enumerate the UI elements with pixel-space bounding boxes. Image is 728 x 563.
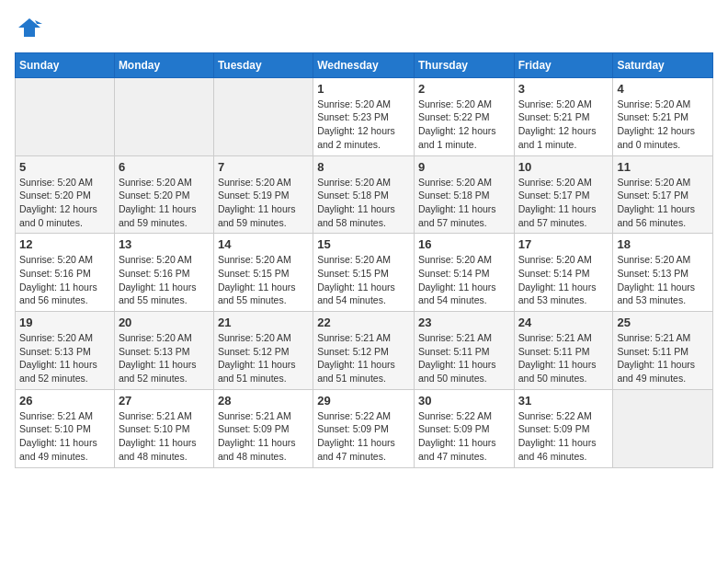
day-number: 17	[518, 237, 609, 251]
calendar-cell: 24Sunrise: 5:21 AMSunset: 5:11 PMDayligh…	[514, 312, 613, 390]
week-row-3: 12Sunrise: 5:20 AMSunset: 5:16 PMDayligh…	[16, 234, 713, 312]
day-number: 11	[617, 160, 709, 174]
svg-marker-1	[35, 20, 42, 24]
day-number: 18	[617, 237, 709, 251]
header-cell-friday: Friday	[514, 52, 613, 77]
day-info: Sunrise: 5:21 AMSunset: 5:12 PMDaylight:…	[317, 331, 410, 385]
header-cell-thursday: Thursday	[414, 52, 514, 77]
day-number: 20	[119, 316, 210, 329]
day-info: Sunrise: 5:20 AMSunset: 5:22 PMDaylight:…	[418, 98, 510, 152]
week-row-5: 26Sunrise: 5:21 AMSunset: 5:10 PMDayligh…	[16, 389, 713, 467]
calendar-cell: 18Sunrise: 5:20 AMSunset: 5:13 PMDayligh…	[613, 234, 713, 312]
header-cell-wednesday: Wednesday	[313, 52, 415, 77]
calendar-cell: 12Sunrise: 5:20 AMSunset: 5:16 PMDayligh…	[16, 234, 115, 312]
calendar-cell	[613, 389, 713, 467]
calendar-cell: 13Sunrise: 5:20 AMSunset: 5:16 PMDayligh…	[114, 234, 213, 312]
calendar-cell: 16Sunrise: 5:20 AMSunset: 5:14 PMDayligh…	[414, 234, 514, 312]
calendar-cell: 20Sunrise: 5:20 AMSunset: 5:13 PMDayligh…	[114, 312, 213, 390]
header-cell-monday: Monday	[114, 52, 213, 77]
day-info: Sunrise: 5:20 AMSunset: 5:13 PMDaylight:…	[119, 331, 210, 385]
day-number: 21	[218, 316, 309, 329]
logo	[15, 15, 42, 45]
day-info: Sunrise: 5:20 AMSunset: 5:16 PMDaylight:…	[119, 253, 210, 307]
day-number: 13	[119, 237, 210, 251]
day-info: Sunrise: 5:21 AMSunset: 5:11 PMDaylight:…	[518, 331, 609, 385]
day-number: 2	[418, 82, 510, 96]
day-info: Sunrise: 5:20 AMSunset: 5:16 PMDaylight:…	[19, 253, 110, 307]
calendar-cell: 19Sunrise: 5:20 AMSunset: 5:13 PMDayligh…	[16, 312, 115, 390]
calendar-cell: 9Sunrise: 5:20 AMSunset: 5:18 PMDaylight…	[414, 155, 514, 234]
day-number: 4	[617, 82, 709, 96]
header-cell-saturday: Saturday	[613, 52, 713, 77]
calendar-cell: 8Sunrise: 5:20 AMSunset: 5:18 PMDaylight…	[313, 155, 415, 234]
day-info: Sunrise: 5:22 AMSunset: 5:09 PMDaylight:…	[418, 409, 510, 464]
calendar-header: SundayMondayTuesdayWednesdayThursdayFrid…	[16, 52, 713, 77]
day-number: 6	[119, 160, 210, 174]
header	[15, 15, 713, 45]
calendar-cell: 3Sunrise: 5:20 AMSunset: 5:21 PMDaylight…	[514, 77, 613, 155]
day-info: Sunrise: 5:20 AMSunset: 5:14 PMDaylight:…	[418, 253, 510, 307]
logo-bird-icon	[17, 15, 42, 40]
day-number: 16	[418, 237, 510, 251]
calendar-cell	[213, 77, 313, 155]
week-row-2: 5Sunrise: 5:20 AMSunset: 5:20 PMDaylight…	[16, 155, 713, 234]
calendar-cell: 17Sunrise: 5:20 AMSunset: 5:14 PMDayligh…	[514, 234, 613, 312]
calendar-cell: 1Sunrise: 5:20 AMSunset: 5:23 PMDaylight…	[313, 77, 415, 155]
day-info: Sunrise: 5:20 AMSunset: 5:21 PMDaylight:…	[617, 98, 709, 152]
calendar-cell	[16, 77, 115, 155]
header-cell-sunday: Sunday	[16, 52, 115, 77]
day-info: Sunrise: 5:22 AMSunset: 5:09 PMDaylight:…	[518, 409, 609, 464]
day-info: Sunrise: 5:20 AMSunset: 5:17 PMDaylight:…	[518, 176, 609, 230]
day-number: 24	[518, 316, 609, 329]
calendar-cell: 2Sunrise: 5:20 AMSunset: 5:22 PMDaylight…	[414, 77, 514, 155]
day-info: Sunrise: 5:21 AMSunset: 5:10 PMDaylight:…	[19, 409, 110, 464]
day-number: 8	[317, 160, 410, 174]
day-info: Sunrise: 5:21 AMSunset: 5:10 PMDaylight:…	[119, 409, 210, 464]
calendar-cell: 25Sunrise: 5:21 AMSunset: 5:11 PMDayligh…	[613, 312, 713, 390]
calendar-cell: 22Sunrise: 5:21 AMSunset: 5:12 PMDayligh…	[313, 312, 415, 390]
calendar-cell: 5Sunrise: 5:20 AMSunset: 5:20 PMDaylight…	[16, 155, 115, 234]
day-number: 1	[317, 82, 410, 96]
day-number: 3	[518, 82, 609, 96]
day-info: Sunrise: 5:20 AMSunset: 5:23 PMDaylight:…	[317, 98, 410, 152]
calendar-cell: 26Sunrise: 5:21 AMSunset: 5:10 PMDayligh…	[16, 389, 115, 467]
day-number: 26	[19, 394, 110, 408]
day-info: Sunrise: 5:21 AMSunset: 5:11 PMDaylight:…	[418, 331, 510, 385]
calendar-cell: 6Sunrise: 5:20 AMSunset: 5:20 PMDaylight…	[114, 155, 213, 234]
day-info: Sunrise: 5:20 AMSunset: 5:13 PMDaylight:…	[617, 253, 709, 307]
logo-line1	[15, 15, 42, 45]
calendar-cell: 10Sunrise: 5:20 AMSunset: 5:17 PMDayligh…	[514, 155, 613, 234]
day-info: Sunrise: 5:20 AMSunset: 5:15 PMDaylight:…	[218, 253, 309, 307]
day-number: 28	[218, 394, 309, 408]
day-number: 14	[218, 237, 309, 251]
day-info: Sunrise: 5:20 AMSunset: 5:20 PMDaylight:…	[119, 176, 210, 230]
day-info: Sunrise: 5:20 AMSunset: 5:18 PMDaylight:…	[418, 176, 510, 230]
day-number: 22	[317, 316, 410, 329]
day-info: Sunrise: 5:20 AMSunset: 5:18 PMDaylight:…	[317, 176, 410, 230]
calendar-cell: 11Sunrise: 5:20 AMSunset: 5:17 PMDayligh…	[613, 155, 713, 234]
week-row-4: 19Sunrise: 5:20 AMSunset: 5:13 PMDayligh…	[16, 312, 713, 390]
calendar-cell: 4Sunrise: 5:20 AMSunset: 5:21 PMDaylight…	[613, 77, 713, 155]
calendar-cell: 23Sunrise: 5:21 AMSunset: 5:11 PMDayligh…	[414, 312, 514, 390]
day-info: Sunrise: 5:20 AMSunset: 5:13 PMDaylight:…	[19, 331, 110, 385]
calendar-cell: 27Sunrise: 5:21 AMSunset: 5:10 PMDayligh…	[114, 389, 213, 467]
day-number: 29	[317, 394, 410, 408]
day-info: Sunrise: 5:20 AMSunset: 5:20 PMDaylight:…	[19, 176, 110, 230]
calendar-cell: 28Sunrise: 5:21 AMSunset: 5:09 PMDayligh…	[213, 389, 313, 467]
day-info: Sunrise: 5:20 AMSunset: 5:14 PMDaylight:…	[518, 253, 609, 307]
calendar-cell: 31Sunrise: 5:22 AMSunset: 5:09 PMDayligh…	[514, 389, 613, 467]
calendar-cell: 7Sunrise: 5:20 AMSunset: 5:19 PMDaylight…	[213, 155, 313, 234]
calendar-cell: 30Sunrise: 5:22 AMSunset: 5:09 PMDayligh…	[414, 389, 514, 467]
day-info: Sunrise: 5:21 AMSunset: 5:11 PMDaylight:…	[617, 331, 709, 385]
day-number: 9	[418, 160, 510, 174]
day-number: 7	[218, 160, 309, 174]
day-number: 30	[418, 394, 510, 408]
calendar-cell: 14Sunrise: 5:20 AMSunset: 5:15 PMDayligh…	[213, 234, 313, 312]
calendar-table: SundayMondayTuesdayWednesdayThursdayFrid…	[15, 52, 713, 468]
calendar-cell	[114, 77, 213, 155]
day-info: Sunrise: 5:20 AMSunset: 5:12 PMDaylight:…	[218, 331, 309, 385]
day-number: 25	[617, 316, 709, 329]
day-info: Sunrise: 5:20 AMSunset: 5:17 PMDaylight:…	[617, 176, 709, 230]
calendar-cell: 21Sunrise: 5:20 AMSunset: 5:12 PMDayligh…	[213, 312, 313, 390]
day-number: 19	[19, 316, 110, 329]
